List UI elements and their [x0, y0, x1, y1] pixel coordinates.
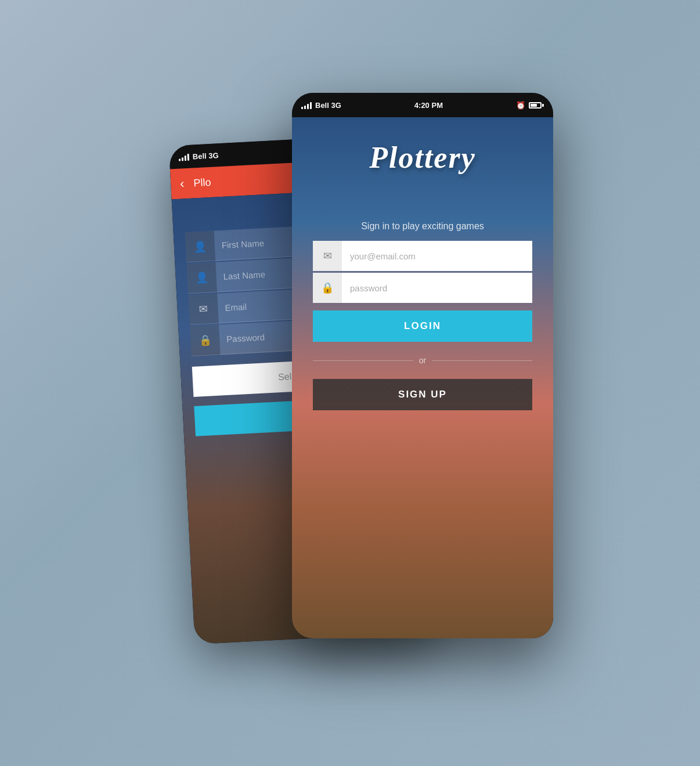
- phones-container: Bell 3G 4:20 ‹ Pllo Sig 👤 👤 ✉: [147, 93, 553, 673]
- clock-icon: ⏰: [516, 101, 525, 110]
- envelope-icon-front: ✉: [313, 241, 342, 271]
- phone-front: Bell 3G 4:20 PM ⏰ Plottery Sign in to pl…: [292, 93, 553, 638]
- front-status-right: ⏰: [516, 101, 544, 110]
- front-time: 4:20 PM: [414, 101, 443, 110]
- front-battery-icon: [529, 102, 544, 109]
- divider-line-right: [432, 360, 532, 361]
- signup-btn-front-label: SIGN UP: [398, 389, 447, 400]
- front-status-bar: Bell 3G 4:20 PM ⏰: [292, 93, 553, 117]
- email-input-row[interactable]: ✉: [313, 241, 532, 271]
- person-icon-2: 👤: [186, 262, 217, 294]
- person-icon-1: 👤: [185, 230, 216, 262]
- envelope-icon-back: ✉: [188, 293, 219, 325]
- email-input-front[interactable]: [342, 251, 532, 261]
- password-input-row[interactable]: 🔒: [313, 273, 532, 303]
- or-divider: or: [313, 356, 532, 365]
- or-text: or: [419, 356, 426, 365]
- signin-subtitle: Sign in to play exciting games: [361, 221, 484, 232]
- login-button[interactable]: LOGIN: [313, 310, 532, 342]
- front-carrier: Bell 3G: [315, 101, 341, 110]
- back-nav-title: Pllo: [193, 176, 211, 189]
- lock-icon-front: 🔒: [313, 273, 342, 303]
- password-input-front[interactable]: [342, 283, 532, 293]
- front-content: Plottery Sign in to play exciting games …: [292, 117, 553, 638]
- app-title: Plottery: [369, 140, 476, 175]
- back-signal-icon: [178, 153, 189, 161]
- front-signal-icon: [301, 101, 312, 109]
- back-nav-back-button[interactable]: ‹: [180, 176, 185, 191]
- login-btn-label: LOGIN: [404, 320, 441, 332]
- back-carrier: Bell 3G: [192, 151, 219, 161]
- lock-icon-back: 🔒: [190, 324, 221, 356]
- signup-button-front[interactable]: SIGN UP: [313, 379, 532, 410]
- divider-line-left: [313, 360, 413, 361]
